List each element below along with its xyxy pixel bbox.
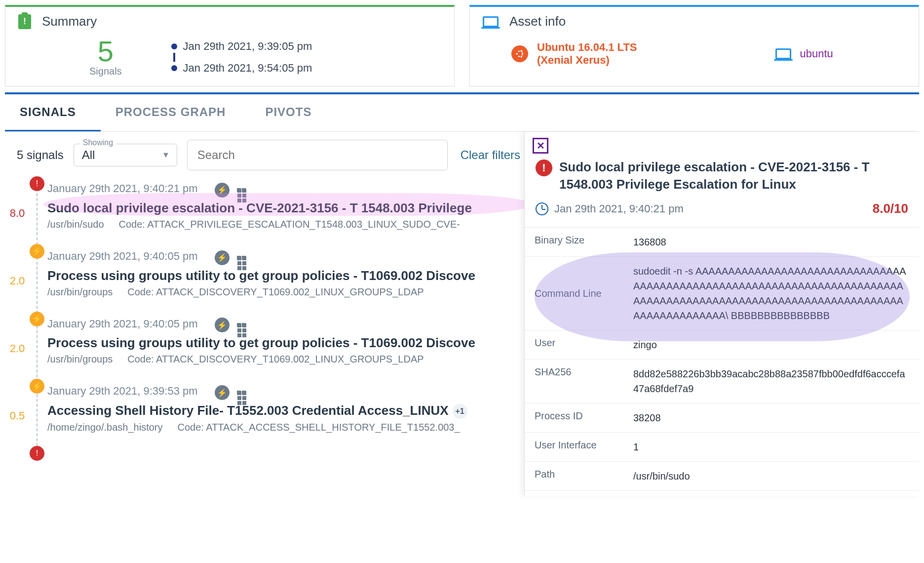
grid-icon[interactable] [236, 318, 246, 332]
signal-title: Process using groups utility to get grou… [47, 335, 519, 351]
clock-icon [536, 202, 548, 215]
signal-title: Accessing Shell History File- T1552.003 … [47, 403, 519, 419]
grid-icon[interactable] [236, 250, 246, 265]
value: 38208 [633, 410, 909, 425]
signal-code: Code: ATTACK_ACCESS_SHELL_HISTORY_FILE_T… [177, 422, 460, 433]
signal-code: Code: ATTACK_DISCOVERY_T1069.002_LINUX_G… [127, 354, 424, 365]
clipboard-icon [18, 14, 31, 29]
signal-title: Sudo local privilege escalation - CVE-20… [47, 201, 519, 216]
tab-bar: SIGNALS PROCESS GRAPH PIVOTS [5, 94, 919, 132]
search-input[interactable] [187, 140, 448, 170]
detail-row-user-interface: User Interface 1 [525, 433, 919, 462]
signal-count-label: 5 signals [17, 148, 64, 162]
tab-signals[interactable]: SIGNALS [5, 94, 101, 131]
value: zingo [633, 337, 909, 352]
tab-pivots[interactable]: PIVOTS [250, 94, 336, 131]
signal-score: 8.0 [5, 207, 30, 220]
signals-panel: 5 signals Showing All ▼ Clear filters 8.… [5, 132, 524, 496]
value: sudoedit -n -s AAAAAAAAAAAAAAAAAAAAAAAAA… [633, 264, 909, 323]
summary-title: Summary [42, 14, 97, 29]
summary-card: Summary 5 Signals Jan 29th 2021, 9:39:05… [5, 5, 455, 86]
detail-table: Binary Size 136808 Command Line sudoedit… [525, 227, 919, 491]
detail-score: 8.0/10 [873, 201, 908, 216]
detail-row-path: Path /usr/bin/sudo [525, 462, 919, 491]
signal-item[interactable]: 2.0 ⚡ January 29th 2021, 9:40:05 pm ⚡ Pr… [47, 243, 519, 311]
svg-point-1 [521, 50, 523, 52]
signal-score: 2.0 [5, 342, 30, 355]
label: SHA256 [535, 366, 633, 396]
severity-dot-icon: ! [30, 446, 44, 461]
tab-process-graph[interactable]: PROCESS GRAPH [101, 94, 251, 131]
ubuntu-icon [511, 45, 528, 62]
signal-code: Code: ATTACK_DISCOVERY_T1069.002_LINUX_G… [127, 286, 424, 298]
severity-dot-icon: ⚡ [30, 312, 44, 326]
asset-host[interactable]: ubuntu [775, 47, 833, 60]
close-icon: ✕ [537, 140, 545, 152]
grid-icon[interactable] [236, 385, 246, 400]
signal-path: /usr/bin/groups [47, 354, 113, 365]
extra-count-badge: +1 [453, 404, 467, 419]
time-end: Jan 29th 2021, 9:54:05 pm [183, 62, 312, 75]
time-bar-icon [173, 53, 175, 62]
clear-filters-link[interactable]: Clear filters [461, 148, 520, 162]
signal-code: Code: ATTACK_PRIVILEGE_ESCALATION_T1548.… [119, 219, 460, 230]
signal-path: /usr/bin/sudo [47, 219, 104, 230]
bolt-icon[interactable]: ⚡ [215, 250, 230, 265]
label: Command Line [535, 288, 633, 299]
label: Process ID [535, 410, 633, 425]
value: 136808 [633, 235, 909, 249]
severity-dot-icon: ⚡ [30, 244, 44, 259]
showing-float-label: Showing [80, 138, 116, 147]
os-codename: (Xenial Xerus) [537, 54, 637, 67]
signal-path: /home/zingo/.bash_history [47, 422, 162, 433]
value: /usr/bin/sudo [633, 469, 909, 483]
time-range: Jan 29th 2021, 9:39:05 pm Jan 29th 2021,… [171, 40, 312, 75]
time-start: Jan 29th 2021, 9:39:05 pm [183, 40, 312, 53]
label: Path [535, 469, 633, 483]
signal-title: Process using groups utility to get grou… [47, 268, 519, 283]
detail-row-user: User zingo [525, 330, 919, 360]
signal-date: January 29th 2021, 9:39:53 pm [47, 385, 198, 397]
laptop-icon [483, 16, 499, 27]
detail-row-sha256: SHA256 8dd82e588226b3bb39acabc28b88a2358… [525, 360, 919, 403]
signal-item[interactable]: 2.0 ⚡ January 29th 2021, 9:40:05 pm ⚡ Pr… [47, 311, 519, 378]
signal-item[interactable]: 8.0 ! January 29th 2021, 9:40:21 pm ⚡ Su… [47, 175, 519, 243]
hostname: ubuntu [800, 47, 833, 60]
signal-score: 0.5 [5, 409, 30, 422]
label: Binary Size [535, 235, 633, 249]
svg-point-2 [521, 56, 523, 58]
showing-select[interactable]: Showing All ▼ [74, 144, 177, 166]
grid-icon[interactable] [236, 183, 246, 198]
severity-dot-icon: ! [30, 176, 44, 191]
detail-panel: ✕ ! Sudo local privilege escalation - CV… [524, 132, 919, 496]
alert-icon: ! [536, 160, 552, 176]
signal-date: January 29th 2021, 9:40:05 pm [47, 318, 198, 330]
asset-card: Asset info Ubuntu 16.04.1 LTS (Xenial Xe… [469, 5, 919, 86]
asset-os[interactable]: Ubuntu 16.04.1 LTS (Xenial Xerus) [511, 41, 637, 67]
showing-value: All [82, 148, 95, 161]
detail-timestamp: Jan 29th 2021, 9:40:21 pm [554, 202, 684, 215]
label: User [535, 337, 633, 352]
svg-point-0 [516, 53, 518, 55]
detail-row-process-id: Process ID 38208 [525, 403, 919, 433]
signal-date: January 29th 2021, 9:40:21 pm [47, 182, 198, 195]
time-dot-icon [171, 65, 177, 71]
detail-row-binary-size: Binary Size 136808 [525, 228, 919, 257]
os-name: Ubuntu 16.04.1 LTS [537, 41, 637, 54]
bolt-icon[interactable]: ⚡ [215, 318, 230, 332]
bolt-icon[interactable]: ⚡ [215, 183, 230, 198]
chevron-down-icon: ▼ [162, 151, 170, 160]
asset-title: Asset info [509, 14, 566, 29]
close-button[interactable]: ✕ [533, 138, 548, 154]
value: 1 [633, 440, 909, 454]
time-dot-icon [171, 43, 177, 49]
detail-title: Sudo local privilege escalation - CVE-20… [559, 159, 908, 193]
signal-item[interactable]: 0.5 ⚡ January 29th 2021, 9:39:53 pm ⚡ Ac… [47, 378, 519, 446]
signal-score: 2.0 [5, 275, 30, 287]
bolt-icon[interactable]: ⚡ [215, 385, 230, 400]
laptop-icon [775, 48, 791, 59]
label: User Interface [535, 440, 633, 454]
signal-date: January 29th 2021, 9:40:05 pm [47, 250, 198, 262]
detail-row-command-line: Command Line sudoedit -n -s AAAAAAAAAAAA… [525, 257, 919, 330]
severity-dot-icon: ⚡ [30, 379, 44, 394]
